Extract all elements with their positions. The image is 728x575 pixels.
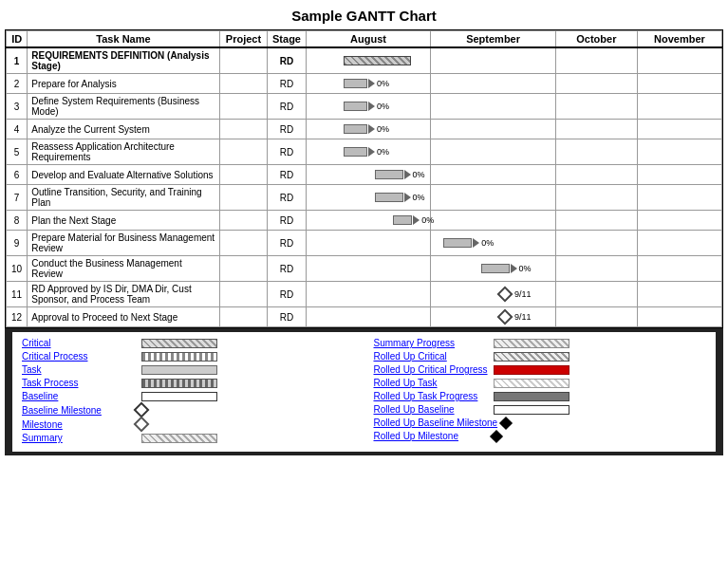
- cell-august: 0%: [306, 94, 431, 120]
- cell-august: 0%: [306, 185, 431, 211]
- cell-task: Plan the Next Stage: [28, 211, 219, 231]
- legend-rolled-task-bar: [494, 379, 569, 388]
- cell-project: [219, 231, 268, 256]
- cell-september: [431, 47, 556, 74]
- cell-november: [637, 211, 721, 231]
- cell-stage: RD: [268, 282, 306, 307]
- cell-task: Conduct the Business Management Review: [28, 256, 219, 282]
- legend-milestone-label[interactable]: Milestone: [22, 419, 136, 430]
- cell-october: [555, 256, 637, 282]
- cell-november: [637, 256, 721, 282]
- cell-stage: RD: [268, 165, 306, 185]
- legend-task-process-label[interactable]: Task Process: [22, 378, 136, 388]
- table-row: 4Analyze the Current SystemRD0%: [7, 120, 722, 139]
- legend-rolled-task: Rolled Up Task: [374, 378, 707, 388]
- cell-november: [637, 282, 721, 307]
- cell-task: Outline Transition, Security, and Traini…: [28, 185, 219, 211]
- cell-october: [555, 94, 637, 120]
- col-september: September: [431, 31, 556, 48]
- legend-baseline-label[interactable]: Baseline: [22, 391, 136, 401]
- legend-rolled-baseline-milestone: Rolled Up Baseline Milestone: [374, 417, 707, 428]
- cell-id: 2: [7, 74, 28, 94]
- col-november: November: [637, 31, 721, 48]
- legend-rolled-baseline-milestone-icon: [497, 418, 514, 428]
- legend-baseline-milestone-label[interactable]: Baseline Milestone: [22, 405, 136, 416]
- cell-project: [219, 74, 268, 94]
- legend-section: Critical Critical Process Task Task Proc…: [12, 332, 716, 452]
- cell-august: 0%: [306, 74, 431, 94]
- cell-october: [555, 165, 637, 185]
- cell-september: [431, 185, 556, 211]
- cell-august: [306, 256, 431, 282]
- cell-september: 0%: [431, 256, 556, 282]
- cell-stage: RD: [268, 139, 306, 165]
- legend-summary-progress: Summary Progress: [374, 338, 707, 348]
- cell-task: RD Approved by IS Dir, DMA Dir, Cust Spo…: [28, 282, 219, 307]
- col-october: October: [555, 31, 637, 48]
- legend-rolled-baseline-label[interactable]: Rolled Up Baseline: [374, 404, 488, 415]
- legend-task-label[interactable]: Task: [22, 364, 136, 375]
- cell-task: Reassess Application Architecture Requir…: [28, 139, 219, 165]
- legend-left: Critical Critical Process Task Task Proc…: [22, 338, 355, 446]
- legend-baseline-milestone-icon: [136, 404, 147, 416]
- cell-october: [555, 139, 637, 165]
- cell-stage: RD: [268, 185, 306, 211]
- cell-october: [555, 185, 637, 211]
- cell-november: [637, 307, 721, 327]
- cell-november: [637, 120, 721, 139]
- legend-summary-progress-bar: [494, 339, 569, 348]
- cell-project: [219, 185, 268, 211]
- cell-stage: RD: [268, 47, 306, 74]
- cell-november: [637, 185, 721, 211]
- legend-critical-label[interactable]: Critical: [22, 338, 136, 348]
- legend-rolled-task-label[interactable]: Rolled Up Task: [374, 378, 488, 388]
- legend-milestone: Milestone: [22, 418, 355, 430]
- legend-critical: Critical: [22, 338, 355, 348]
- cell-november: [637, 165, 721, 185]
- legend-critical-process-label[interactable]: Critical Process: [22, 351, 136, 362]
- cell-october: [555, 307, 637, 327]
- legend-rolled-baseline-milestone-label[interactable]: Rolled Up Baseline Milestone: [374, 417, 498, 428]
- col-id: ID: [7, 31, 28, 48]
- table-row: 10Conduct the Business Management Review…: [7, 256, 722, 282]
- legend-rolled-task-progress-label[interactable]: Rolled Up Task Progress: [374, 391, 488, 401]
- header-row: ID Task Name Project Stage August Septem…: [7, 31, 722, 48]
- table-row: 11RD Approved by IS Dir, DMA Dir, Cust S…: [7, 282, 722, 307]
- legend-summary-label[interactable]: Summary: [22, 433, 136, 443]
- cell-project: [219, 211, 268, 231]
- cell-id: 3: [7, 94, 28, 120]
- page-container: Sample GANTT Chart ID Task Name Project …: [0, 0, 728, 455]
- table-row: 5Reassess Application Architecture Requi…: [7, 139, 722, 165]
- cell-stage: RD: [268, 211, 306, 231]
- table-row: 8Plan the Next StageRD0%: [7, 211, 722, 231]
- legend-rolled-milestone-icon: [488, 432, 505, 441]
- cell-task: Approval to Proceed to Next Stage: [28, 307, 219, 327]
- legend-rolled-baseline-bar: [494, 405, 569, 415]
- cell-task: Prepare Material for Business Management…: [28, 231, 219, 256]
- cell-august: 0%: [306, 165, 431, 185]
- legend-rolled-critical-label[interactable]: Rolled Up Critical: [374, 351, 488, 362]
- cell-stage: RD: [268, 120, 306, 139]
- legend-summary-bar: [141, 434, 217, 443]
- cell-september: 9/11: [431, 307, 556, 327]
- legend-rolled-critical-progress: Rolled Up Critical Progress: [374, 364, 707, 375]
- legend-rolled-baseline: Rolled Up Baseline: [374, 404, 707, 415]
- legend-summary-progress-label[interactable]: Summary Progress: [374, 338, 488, 348]
- cell-task: Prepare for Analysis: [28, 74, 219, 94]
- legend-rolled-milestone-label[interactable]: Rolled Up Milestone: [374, 431, 488, 441]
- cell-september: 9/11: [431, 282, 556, 307]
- gantt-container: ID Task Name Project Stage August Septem…: [5, 29, 723, 328]
- cell-stage: RD: [268, 307, 306, 327]
- col-task: Task Name: [28, 31, 219, 48]
- col-stage: Stage: [268, 31, 306, 48]
- cell-september: [431, 94, 556, 120]
- col-august: August: [306, 31, 431, 48]
- legend-task: Task: [22, 364, 355, 375]
- milestone-diamond: [134, 417, 150, 433]
- cell-november: [637, 47, 721, 74]
- cell-id: 6: [7, 165, 28, 185]
- cell-task: Analyze the Current System: [28, 120, 219, 139]
- cell-october: [555, 120, 637, 139]
- legend-critical-process: Critical Process: [22, 351, 355, 362]
- legend-rolled-critical-progress-label[interactable]: Rolled Up Critical Progress: [374, 364, 488, 375]
